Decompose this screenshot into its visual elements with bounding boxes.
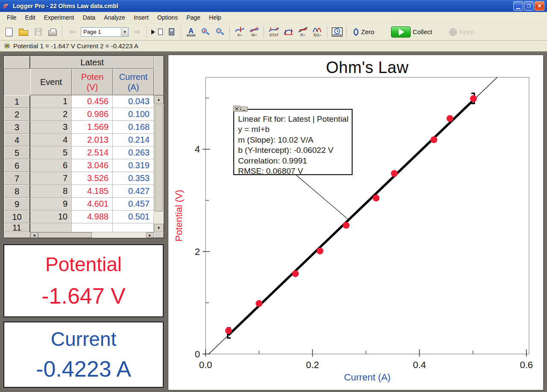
potential-cell[interactable]: 1.569 — [72, 121, 113, 134]
current-cell[interactable]: 0.043 — [113, 95, 154, 108]
event-cell-empty[interactable] — [30, 223, 72, 232]
potential-cell[interactable]: 3.526 — [72, 172, 113, 185]
potential-cell[interactable]: 0.986 — [72, 108, 113, 121]
row-number-cell[interactable]: 11 — [4, 223, 30, 232]
zero-button[interactable]: Zero — [350, 24, 377, 40]
scroll-down-button[interactable]: ▼ — [154, 224, 164, 232]
graph-panel[interactable]: 0.00.20.40.6024Linear Fit for: Latest | … — [168, 55, 544, 390]
table-group-header[interactable]: Latest — [30, 56, 154, 69]
potential-cell[interactable]: 4.185 — [72, 185, 113, 198]
zoom-out-button[interactable]: − — [213, 24, 227, 40]
column-header-event[interactable]: Event — [30, 69, 72, 95]
close-button[interactable]: ✕ — [535, 1, 544, 11]
event-cell[interactable]: 2 — [30, 108, 72, 121]
current-meter[interactable]: Current -0.4223 A — [3, 322, 164, 388]
menu-insert[interactable]: Insert — [129, 12, 153, 23]
event-cell[interactable]: 1 — [30, 95, 72, 108]
menu-options[interactable]: Options — [153, 12, 182, 23]
autoscale-button[interactable]: A — [184, 24, 198, 40]
current-cell[interactable]: 0.168 — [113, 121, 154, 134]
restore-button[interactable]: ❐ — [524, 1, 534, 11]
horizontal-scrollbar-thumb[interactable] — [38, 232, 92, 238]
scroll-left-button[interactable]: ◄ — [30, 232, 38, 238]
table-header-right-strip — [154, 56, 164, 95]
scroll-right-button[interactable]: ► — [146, 232, 154, 238]
menu-edit[interactable]: Edit — [21, 12, 40, 23]
event-cell[interactable]: 6 — [30, 159, 72, 172]
fit-box-minimize-icon[interactable] — [241, 107, 247, 111]
menu-data[interactable]: Data — [79, 12, 100, 23]
current-cell[interactable]: 0.353 — [113, 172, 154, 185]
event-cell[interactable]: 3 — [30, 121, 72, 134]
fit-info-box[interactable]: Linear Fit for: Latest | Potentialy = mI… — [233, 106, 352, 176]
menu-help[interactable]: Help — [205, 12, 226, 23]
event-cell[interactable]: 10 — [30, 211, 72, 223]
row-number-cell[interactable]: 2 — [4, 108, 30, 121]
print-button[interactable] — [46, 24, 59, 40]
y-axis-ticks: 024 — [195, 98, 210, 360]
event-cell[interactable]: 8 — [30, 185, 72, 198]
calculator-button[interactable] — [165, 24, 178, 40]
potential-cell[interactable]: 0.456 — [72, 95, 113, 108]
row-number-cell[interactable]: 5 — [4, 146, 30, 159]
collect-button[interactable]: Collect — [390, 24, 433, 40]
svg-text:0.4: 0.4 — [413, 360, 426, 370]
row-number-cell[interactable]: 3 — [4, 121, 30, 134]
potential-cell[interactable]: 2.013 — [72, 134, 113, 146]
event-cell[interactable]: 5 — [30, 146, 72, 159]
column-header-current[interactable]: Current(A) — [113, 69, 154, 95]
row-number-cell[interactable]: 8 — [4, 185, 30, 198]
row-number-cell[interactable]: 9 — [4, 198, 30, 211]
menu-analyze[interactable]: Analyze — [100, 12, 129, 23]
potential-cell[interactable]: 2.514 — [72, 146, 113, 159]
tangent-button[interactable]: M= — [247, 24, 261, 40]
chevron-down-icon[interactable]: ▼ — [121, 28, 128, 36]
current-cell-empty[interactable] — [113, 223, 154, 232]
linear-fit-button[interactable]: R= — [296, 24, 310, 40]
statistics-button[interactable]: 1 2 STAT — [267, 24, 281, 40]
current-cell[interactable]: 0.263 — [113, 146, 154, 159]
save-button[interactable] — [31, 24, 45, 40]
current-cell[interactable]: 0.501 — [113, 211, 154, 223]
zoom-in-button[interactable]: + — [199, 24, 212, 40]
menu-page[interactable]: Page — [182, 12, 205, 23]
row-number-cell[interactable]: 6 — [4, 159, 30, 172]
curve-fit-button[interactable]: f(x)= — [311, 24, 324, 40]
data-table-panel[interactable]: LatestEventPoten(V)Current(A)110.4560.04… — [3, 56, 164, 238]
data-collection-setup-button[interactable] — [330, 24, 344, 40]
current-cell[interactable]: 0.214 — [113, 134, 154, 146]
row-number-cell[interactable]: 10 — [4, 211, 30, 223]
event-cell[interactable]: 7 — [30, 172, 72, 185]
menu-file[interactable]: File — [3, 12, 21, 23]
minimize-button[interactable]: ▁ — [513, 1, 523, 11]
row-number-cell[interactable]: 1 — [4, 95, 30, 108]
examine-button[interactable]: X= — [233, 24, 247, 40]
current-cell[interactable]: 0.457 — [113, 198, 154, 211]
open-file-button[interactable] — [17, 24, 30, 40]
potential-cell[interactable]: 3.046 — [72, 159, 113, 172]
previous-page-button[interactable]: ⇦ — [65, 24, 79, 40]
fit-box-close-icon[interactable] — [233, 106, 240, 111]
potential-meter[interactable]: Potential -1.647 V — [3, 244, 164, 317]
row-number-cell[interactable]: 4 — [4, 134, 30, 146]
page-selector[interactable]: Page 1 ▼ — [81, 27, 129, 37]
integral-button[interactable] — [282, 24, 295, 40]
menu-experiment[interactable]: Experiment — [40, 12, 79, 23]
new-file-button[interactable] — [2, 24, 16, 40]
current-cell[interactable]: 0.319 — [113, 159, 154, 172]
potential-cell-empty[interactable] — [72, 223, 113, 232]
current-cell[interactable]: 0.427 — [113, 185, 154, 198]
potential-cell[interactable]: 4.988 — [72, 211, 113, 223]
event-cell[interactable]: 4 — [30, 134, 72, 146]
vertical-scrollbar-thumb[interactable] — [155, 105, 163, 211]
column-header-poten[interactable]: Poten(V) — [72, 69, 113, 95]
scroll-up-button[interactable]: ▲ — [154, 95, 164, 104]
data-browser-button[interactable] — [150, 24, 164, 40]
current-cell[interactable]: 0.100 — [113, 108, 154, 121]
graph-plot[interactable]: 0.00.20.40.6024Linear Fit for: Latest | … — [168, 55, 544, 391]
keep-button[interactable]: Keep — [447, 24, 476, 40]
potential-cell[interactable]: 4.601 — [72, 198, 113, 211]
event-cell[interactable]: 9 — [30, 198, 72, 211]
next-page-button[interactable]: ⇨ — [130, 24, 144, 40]
row-number-cell[interactable]: 7 — [4, 172, 30, 185]
